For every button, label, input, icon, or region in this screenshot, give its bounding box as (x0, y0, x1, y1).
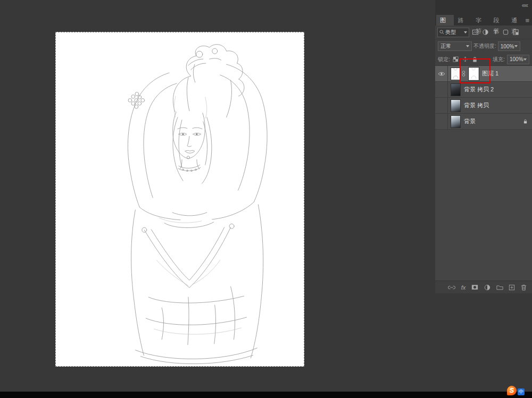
link-layers-button[interactable] (448, 285, 455, 290)
layer-row-bg-copy[interactable]: 背景 拷贝 (435, 98, 532, 114)
layer-name: 背景 拷贝 (464, 101, 489, 109)
tab-paths[interactable]: 路径 (454, 15, 471, 26)
lock-transparency-icon[interactable] (452, 56, 460, 63)
new-group-button[interactable] (496, 284, 503, 290)
chevron-down-icon (464, 31, 467, 33)
tab-paragraph[interactable]: 段落 (489, 15, 507, 26)
panel-tab-bar: 图层 路径 字符 段落 通道 ≡ (435, 14, 532, 26)
layer-filter-row: 类型 (435, 26, 532, 39)
filter-type-dropdown[interactable]: 类型 (437, 28, 469, 37)
sogou-ime-icon[interactable]: S 中 (507, 386, 525, 395)
opacity-input[interactable]: 100% (498, 41, 520, 51)
fill-value: 100% (510, 56, 523, 62)
layer-style-button[interactable]: fx (461, 284, 466, 291)
layer-thumbnail[interactable] (451, 83, 461, 96)
add-mask-button[interactable] (471, 284, 478, 290)
opacity-value: 100% (501, 44, 514, 49)
layer-row-background[interactable]: 背景 (435, 114, 532, 130)
chevron-down-icon (514, 45, 518, 47)
sketch-image (56, 32, 304, 366)
filter-smart-object-icon[interactable] (511, 28, 520, 37)
layers-footer-toolbar: fx (435, 281, 532, 293)
visibility-toggle[interactable] (435, 98, 448, 113)
highlight-annotation (460, 58, 491, 83)
blend-mode-row: 正常 不透明度: 100% (435, 39, 532, 53)
adjustment-layer-button[interactable] (484, 284, 491, 291)
new-layer-button[interactable] (509, 284, 515, 291)
filter-shape-layer-icon[interactable] (501, 28, 510, 37)
tab-channels[interactable]: 通道 (508, 15, 525, 26)
layers-empty-area (435, 130, 532, 281)
visibility-toggle[interactable] (435, 66, 448, 81)
taskbar (0, 392, 532, 398)
visibility-toggle[interactable] (435, 82, 448, 97)
opacity-label: 不透明度: (473, 43, 496, 50)
ime-chinese-mode-icon[interactable]: 中 (518, 388, 525, 395)
panel-top-strip: «« (435, 0, 532, 14)
fill-label: 填充: (493, 56, 505, 63)
layer-thumbnail[interactable] (451, 115, 461, 128)
panel-menu-icon[interactable]: ≡ (525, 16, 532, 26)
search-icon (439, 30, 444, 35)
photoshop-workspace: «« 图层 路径 字符 段落 通道 ≡ 类型 (0, 0, 532, 398)
document-canvas[interactable] (55, 32, 304, 367)
filter-type-label: 类型 (445, 29, 463, 36)
collapse-panel-icon[interactable]: «« (522, 2, 528, 9)
eye-icon (438, 71, 445, 77)
blend-mode-select[interactable]: 正常 (438, 41, 472, 51)
chevron-down-icon (466, 45, 469, 47)
layers-panel: «« 图层 路径 字符 段落 通道 ≡ 类型 (435, 0, 532, 293)
fill-input[interactable]: 100% (507, 55, 529, 64)
filter-adjustment-layer-icon[interactable] (481, 28, 489, 37)
filter-type-layer-icon[interactable] (491, 28, 500, 37)
tab-layers[interactable]: 图层 (436, 15, 454, 26)
layers-list: 图层 1 背景 拷贝 2 背景 拷贝 背景 (435, 66, 532, 281)
tab-character[interactable]: 字符 (472, 15, 489, 26)
layer-name: 背景 (464, 117, 476, 125)
delete-layer-button[interactable] (521, 284, 527, 291)
sogou-logo-icon[interactable]: S (507, 386, 517, 395)
background-lock-icon (523, 118, 528, 124)
layer-row-bg-copy-2[interactable]: 背景 拷贝 2 (435, 82, 532, 98)
layer-thumbnail[interactable] (451, 99, 461, 112)
chevron-down-icon (523, 58, 527, 61)
lock-label: 锁定: (438, 56, 450, 63)
filter-pixel-layer-icon[interactable] (471, 28, 479, 37)
visibility-toggle[interactable] (435, 114, 448, 129)
layer-name: 背景 拷贝 2 (464, 86, 494, 94)
blend-mode-value: 正常 (440, 43, 466, 50)
